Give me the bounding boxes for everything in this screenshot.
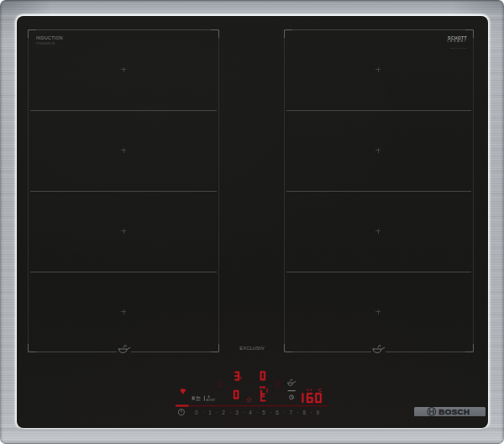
svg-text:BOOST: BOOST xyxy=(207,399,216,402)
svg-text:°C: °C xyxy=(317,388,322,393)
svg-text:s: s xyxy=(239,376,242,380)
svg-text:min: min xyxy=(197,399,201,402)
